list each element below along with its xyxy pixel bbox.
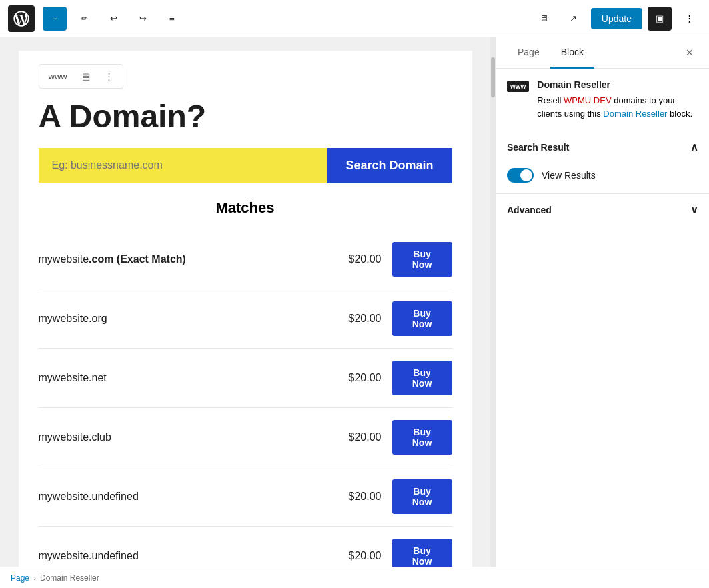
domain-name: mywebsite.undefined [39, 550, 335, 562]
domain-row: mywebsite.undefined$20.00Buy Now [39, 467, 452, 527]
desc-text-1: Resell [537, 95, 564, 105]
plugin-www-icon: www [507, 81, 529, 92]
main-area: www ▤ ⋮ A Domain? Search Domain Matches … [0, 37, 709, 567]
breadcrumb-page[interactable]: Page [11, 573, 29, 583]
breadcrumb-current: Domain Reseller [40, 573, 99, 583]
breadcrumb: Page › Domain Reseller [0, 567, 709, 588]
view-results-toggle[interactable] [507, 168, 534, 183]
plugin-info: Domain Reseller Resell WPMU DEV domains … [537, 79, 698, 120]
sidebar-toggle-button[interactable]: ▣ [648, 7, 672, 31]
domain-row: mywebsite.undefined$20.00Buy Now [39, 527, 452, 567]
block-toolbar: www ▤ ⋮ [39, 64, 123, 89]
block-www-button[interactable]: www [42, 67, 74, 85]
wpmudev-link[interactable]: WPMU DEV [564, 95, 612, 105]
domain-price: $20.00 [335, 372, 382, 384]
topbar-right: 🖥 ↗ Update ▣ ⋮ [532, 7, 701, 31]
www-icon: www [49, 71, 67, 81]
search-bar: Search Domain [39, 148, 452, 183]
domain-row: mywebsite.org$20.00Buy Now [39, 289, 452, 349]
domain-search-input[interactable] [39, 148, 327, 183]
domain-name: mywebsite.org [39, 313, 335, 325]
domain-price: $20.00 [335, 253, 382, 265]
search-result-body: View Results [496, 163, 709, 193]
tab-page[interactable]: Page [507, 37, 550, 69]
sidebar-tabs: Page Block × [496, 37, 709, 69]
topbar: ＋ ✏ ↩ ↪ ≡ 🖥 ↗ Update ▣ ⋮ [0, 0, 709, 37]
sidebar-icon: ▣ [656, 13, 664, 23]
list-view-button[interactable]: ≡ [160, 7, 184, 31]
search-domain-button[interactable]: Search Domain [327, 148, 452, 183]
add-block-button[interactable]: ＋ [43, 7, 67, 31]
buy-now-button[interactable]: Buy Now [392, 361, 452, 395]
dots-icon: ⋮ [105, 71, 113, 81]
domain-row: mywebsite.com (Exact Match)$20.00Buy Now [39, 230, 452, 289]
domain-row: mywebsite.net$20.00Buy Now [39, 349, 452, 408]
external-link-icon: ↗ [570, 13, 577, 23]
edit-button[interactable]: ✏ [72, 7, 96, 31]
view-results-label: View Results [542, 170, 596, 181]
buy-now-button[interactable]: Buy Now [392, 242, 452, 277]
domain-price: $20.00 [335, 431, 382, 443]
preview-button[interactable]: 🖥 [532, 7, 556, 31]
domain-name: mywebsite.com (Exact Match) [39, 253, 335, 265]
scrollbar-thumb[interactable] [491, 57, 495, 97]
align-icon: ▤ [82, 71, 90, 81]
list-icon: ≡ [169, 13, 175, 23]
domain-price: $20.00 [335, 550, 382, 562]
plugin-name: Domain Reseller [537, 79, 698, 90]
search-result-section: Search Result ∧ View Results [496, 131, 709, 194]
pencil-icon: ✏ [81, 13, 88, 23]
undo-icon: ↩ [110, 13, 117, 23]
domain-list: mywebsite.com (Exact Match)$20.00Buy Now… [39, 230, 452, 567]
view-results-row: View Results [507, 168, 698, 183]
domain-name: mywebsite.club [39, 431, 335, 443]
domain-reseller-link[interactable]: Domain Reseller [603, 109, 667, 119]
buy-now-button[interactable]: Buy Now [392, 301, 452, 336]
desc-text-3: block. [667, 109, 692, 119]
buy-now-button[interactable]: Buy Now [392, 420, 452, 455]
breadcrumb-separator: › [33, 573, 36, 583]
domain-title: A Domain? [39, 99, 452, 135]
chevron-up-icon: ∧ [690, 141, 698, 153]
redo-button[interactable]: ↪ [131, 7, 155, 31]
ellipsis-icon: ⋮ [685, 13, 694, 23]
advanced-label: Advanced [507, 205, 552, 215]
domain-name: mywebsite.undefined [39, 491, 335, 503]
editor-inner: www ▤ ⋮ A Domain? Search Domain Matches … [19, 51, 472, 567]
wp-logo [8, 5, 35, 32]
redo-icon: ↪ [139, 13, 147, 23]
update-button[interactable]: Update [591, 8, 642, 29]
advanced-section[interactable]: Advanced ∨ [496, 194, 709, 225]
wordpress-icon [12, 9, 31, 28]
search-result-label: Search Result [507, 142, 569, 153]
undo-button[interactable]: ↩ [101, 7, 125, 31]
domain-price: $20.00 [335, 313, 382, 325]
domain-name: mywebsite.net [39, 372, 335, 384]
tab-block[interactable]: Block [550, 37, 594, 69]
chevron-down-icon: ∨ [690, 203, 698, 216]
plugin-header: www Domain Reseller Resell WPMU DEV doma… [496, 69, 709, 131]
editor-area: www ▤ ⋮ A Domain? Search Domain Matches … [0, 37, 490, 567]
buy-now-button[interactable]: Buy Now [392, 539, 452, 567]
domain-row: mywebsite.club$20.00Buy Now [39, 408, 452, 467]
toggle-knob [520, 169, 532, 181]
sidebar-close-button[interactable]: × [680, 41, 698, 65]
external-link-button[interactable]: ↗ [562, 7, 586, 31]
more-options-button[interactable]: ⋮ [677, 7, 701, 31]
plus-icon: ＋ [51, 13, 59, 25]
buy-now-button[interactable]: Buy Now [392, 479, 452, 514]
sidebar-content: www Domain Reseller Resell WPMU DEV doma… [496, 69, 709, 567]
editor-scrollbar[interactable] [490, 37, 496, 567]
block-more-button[interactable]: ⋮ [98, 67, 120, 85]
plugin-description: Resell WPMU DEV domains to your clients … [537, 94, 698, 120]
search-result-header[interactable]: Search Result ∧ [496, 131, 709, 163]
matches-title: Matches [39, 199, 452, 217]
block-align-button[interactable]: ▤ [75, 67, 97, 85]
monitor-icon: 🖥 [540, 13, 548, 23]
sidebar: Page Block × www Domain Reseller Resell … [496, 37, 709, 567]
domain-price: $20.00 [335, 491, 382, 503]
